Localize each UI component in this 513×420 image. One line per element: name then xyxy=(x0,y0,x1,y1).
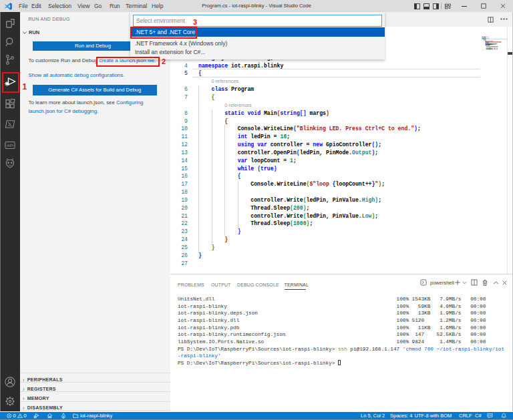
svg-text:/API: /API xyxy=(7,143,14,147)
